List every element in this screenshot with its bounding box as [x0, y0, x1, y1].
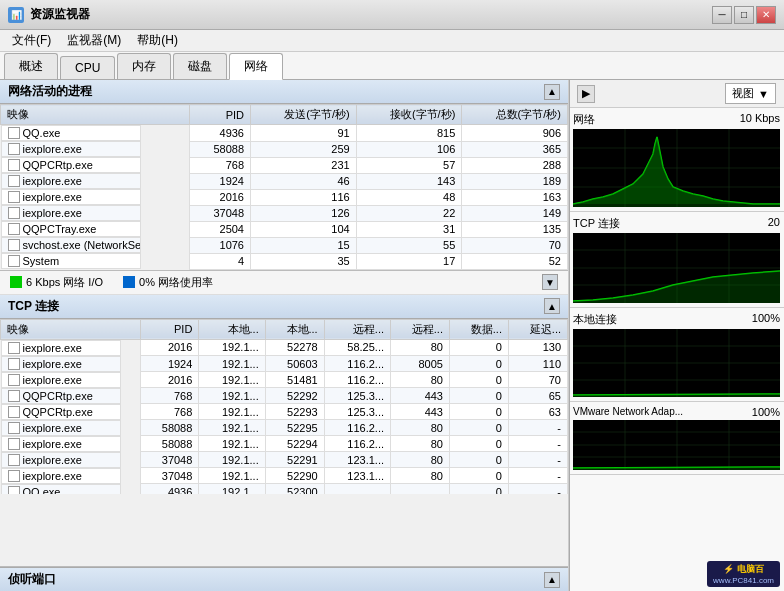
- net-row-pid: 2016: [190, 189, 251, 205]
- tcp-chart-title: TCP 连接: [573, 216, 620, 231]
- tcp-table-row[interactable]: QQPCRtp.exe 768 192.1... 52292 125.3... …: [1, 388, 568, 404]
- tcp-row-remote-addr: 116.2...: [324, 372, 390, 388]
- listening-title: 侦听端口: [8, 571, 56, 588]
- net-row-recv: 106: [356, 141, 462, 157]
- net-row-sent: 46: [251, 173, 357, 189]
- dropdown-arrow: ▼: [758, 88, 769, 100]
- tcp-row-remote-port: 80: [391, 339, 450, 356]
- row-checkbox[interactable]: [8, 159, 20, 171]
- tcp-table-row[interactable]: iexplore.exe 37048 192.1... 52291 123.1.…: [1, 452, 568, 468]
- row-checkbox[interactable]: [8, 175, 20, 187]
- net-row-name: QQ.exe: [1, 125, 141, 141]
- network-chart-scale: 10 Kbps: [740, 112, 780, 127]
- network-table-row[interactable]: iexplore.exe 58088 259 106 365: [1, 141, 568, 157]
- menu-monitor[interactable]: 监视器(M): [59, 30, 129, 51]
- network-table-row[interactable]: svchost.exe (NetworkService) 1076 15 55 …: [1, 237, 568, 253]
- tcp-table-row[interactable]: QQPCRtp.exe 768 192.1... 52293 125.3... …: [1, 404, 568, 420]
- tcp-row-local-port: 52295: [265, 420, 324, 436]
- tcp-row-name: iexplore.exe: [1, 468, 121, 484]
- row-checkbox[interactable]: [8, 255, 20, 267]
- net-row-total: 365: [462, 141, 568, 157]
- tcp-expand[interactable]: ▲: [544, 298, 560, 314]
- tab-memory[interactable]: 内存: [117, 53, 171, 79]
- net-row-sent: 259: [251, 141, 357, 157]
- right-expand-btn[interactable]: ▶: [577, 85, 595, 103]
- tcp-table-row[interactable]: QQ.exe 4936 192.1... 52300 0 -: [1, 484, 568, 494]
- network-table-row[interactable]: QQPCTray.exe 2504 104 31 135: [1, 221, 568, 237]
- tcp-row-data: 0: [449, 468, 508, 484]
- row-checkbox[interactable]: [8, 422, 20, 434]
- tcp-row-name: iexplore.exe: [1, 340, 121, 356]
- main-layout: 网络活动的进程 ▲ 映像 PID 发送(字节/秒) 接收(字节/秒) 总数(字节…: [0, 80, 784, 591]
- net-row-pid: 4936: [190, 125, 251, 142]
- tcp-table-row[interactable]: iexplore.exe 2016 192.1... 52278 58.25..…: [1, 339, 568, 356]
- net-row-recv: 17: [356, 253, 462, 269]
- row-checkbox[interactable]: [8, 127, 20, 139]
- tab-disk[interactable]: 磁盘: [173, 53, 227, 79]
- vmware-chart-scale: 100%: [752, 406, 780, 418]
- close-button[interactable]: ✕: [756, 6, 776, 24]
- net-row-sent: 15: [251, 237, 357, 253]
- tcp-row-remote-port: 80: [391, 468, 450, 484]
- network-table-row[interactable]: iexplore.exe 37048 126 22 149: [1, 205, 568, 221]
- col-pid: PID: [190, 105, 251, 125]
- tcp-row-remote-addr: 58.25...: [324, 339, 390, 356]
- row-checkbox[interactable]: [8, 239, 20, 251]
- tcp-row-data: 0: [449, 452, 508, 468]
- row-checkbox[interactable]: [8, 191, 20, 203]
- title-bar: 📊 资源监视器 ─ □ ✕: [0, 0, 784, 30]
- row-checkbox[interactable]: [8, 406, 20, 418]
- tcp-table-row[interactable]: iexplore.exe 1924 192.1... 50603 116.2..…: [1, 356, 568, 372]
- tab-cpu[interactable]: CPU: [60, 56, 115, 79]
- network-activity-expand[interactable]: ▼: [542, 274, 558, 290]
- menu-help[interactable]: 帮助(H): [129, 30, 186, 51]
- network-chart-header: 网络 10 Kbps: [573, 112, 780, 127]
- row-checkbox[interactable]: [8, 374, 20, 386]
- row-checkbox[interactable]: [8, 486, 20, 494]
- tab-network[interactable]: 网络: [229, 53, 283, 80]
- tcp-row-name: QQPCRtp.exe: [1, 388, 121, 404]
- network-processes-expand[interactable]: ▲: [544, 84, 560, 100]
- tcp-content[interactable]: 映像 PID 本地... 本地... 远程... 远程... 数据... 延迟.…: [0, 319, 568, 494]
- row-checkbox[interactable]: [8, 470, 20, 482]
- row-checkbox[interactable]: [8, 454, 20, 466]
- network-table-row[interactable]: QQPCRtp.exe 768 231 57 288: [1, 157, 568, 173]
- col-total: 总数(字节/秒): [462, 105, 568, 125]
- listening-expand[interactable]: ▲: [544, 572, 560, 588]
- row-checkbox[interactable]: [8, 207, 20, 219]
- net-row-sent: 116: [251, 189, 357, 205]
- row-checkbox[interactable]: [8, 143, 20, 155]
- menu-file[interactable]: 文件(F): [4, 30, 59, 51]
- network-table-row[interactable]: QQ.exe 4936 91 815 906: [1, 125, 568, 142]
- row-checkbox[interactable]: [8, 342, 20, 354]
- tcp-table-row[interactable]: iexplore.exe 58088 192.1... 52295 116.2.…: [1, 420, 568, 436]
- network-processes-title: 网络活动的进程: [8, 83, 92, 100]
- tcp-row-name: QQ.exe: [1, 484, 121, 494]
- row-checkbox[interactable]: [8, 390, 20, 402]
- net-row-pid: 1076: [190, 237, 251, 253]
- net-row-name: QQPCRtp.exe: [1, 157, 141, 173]
- tcp-table-row[interactable]: iexplore.exe 2016 192.1... 51481 116.2..…: [1, 372, 568, 388]
- row-checkbox[interactable]: [8, 223, 20, 235]
- row-checkbox[interactable]: [8, 438, 20, 450]
- network-table-row[interactable]: iexplore.exe 1924 46 143 189: [1, 173, 568, 189]
- tcp-row-pid: 37048: [141, 452, 199, 468]
- minimize-button[interactable]: ─: [712, 6, 732, 24]
- tcp-row-local-port: 52300: [265, 484, 324, 494]
- tab-overview[interactable]: 概述: [4, 53, 58, 79]
- tcp-table-row[interactable]: iexplore.exe 37048 192.1... 52290 123.1.…: [1, 468, 568, 484]
- view-dropdown[interactable]: 视图 ▼: [725, 83, 776, 104]
- local-chart-section: 本地连接 100% 0: [569, 308, 784, 402]
- network-table-row[interactable]: System 4 35 17 52: [1, 253, 568, 269]
- tcp-row-local-addr: 192.1...: [199, 452, 265, 468]
- tcp-section: TCP 连接 ▲ 映像 PID 本地... 本地... 远程... 远程... …: [0, 295, 568, 568]
- watermark: ⚡ 电脑百 www.PC841.com: [707, 561, 780, 587]
- net-row-total: 52: [462, 253, 568, 269]
- row-checkbox[interactable]: [8, 358, 20, 370]
- tcp-table-row[interactable]: iexplore.exe 58088 192.1... 52294 116.2.…: [1, 436, 568, 452]
- network-table-row[interactable]: iexplore.exe 2016 116 48 163: [1, 189, 568, 205]
- net-row-name: iexplore.exe: [1, 205, 141, 221]
- tcp-row-latency: 63: [508, 404, 567, 420]
- maximize-button[interactable]: □: [734, 6, 754, 24]
- tcp-row-local-port: 51481: [265, 372, 324, 388]
